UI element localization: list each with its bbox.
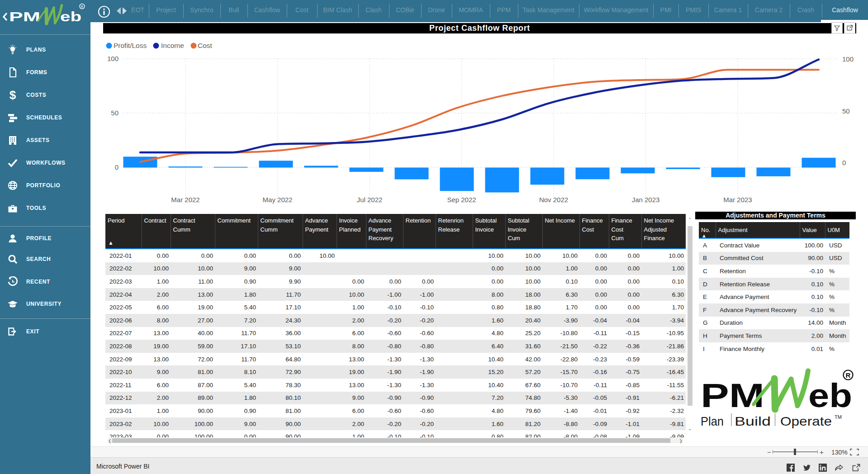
svg-text:Plan: Plan <box>701 414 724 428</box>
svg-text:Cost: Cost <box>198 42 213 49</box>
svg-text:Jul 2022: Jul 2022 <box>357 196 383 204</box>
svg-text:Build: Build <box>735 414 771 428</box>
svg-text:Mar 2022: Mar 2022 <box>171 196 199 204</box>
svg-text:Jan 2023: Jan 2023 <box>632 196 660 204</box>
svg-text:eb: eb <box>808 377 852 414</box>
svg-text:Profit/Loss: Profit/Loss <box>114 42 147 49</box>
svg-text:50: 50 <box>842 107 850 115</box>
svg-text:Operate: Operate <box>780 414 832 428</box>
svg-text:eb: eb <box>60 9 81 24</box>
svg-text:R: R <box>846 371 851 379</box>
svg-text:PM: PM <box>9 9 40 24</box>
svg-text:100: 100 <box>842 55 854 63</box>
svg-text:Income: Income <box>161 42 184 49</box>
svg-text:May 2022: May 2022 <box>263 196 293 204</box>
svg-text:Nov 2022: Nov 2022 <box>539 196 568 204</box>
svg-text:100: 100 <box>107 55 119 62</box>
svg-text:$: $ <box>9 90 16 100</box>
svg-text:0: 0 <box>115 163 119 171</box>
svg-text:0: 0 <box>842 159 846 166</box>
svg-text:PM: PM <box>701 377 764 414</box>
svg-text:TM: TM <box>835 414 842 420</box>
svg-text:R: R <box>81 5 83 9</box>
svg-text:Mar 2023: Mar 2023 <box>723 196 752 204</box>
svg-text:50: 50 <box>111 109 119 117</box>
svg-text:Sep 2022: Sep 2022 <box>447 196 476 204</box>
